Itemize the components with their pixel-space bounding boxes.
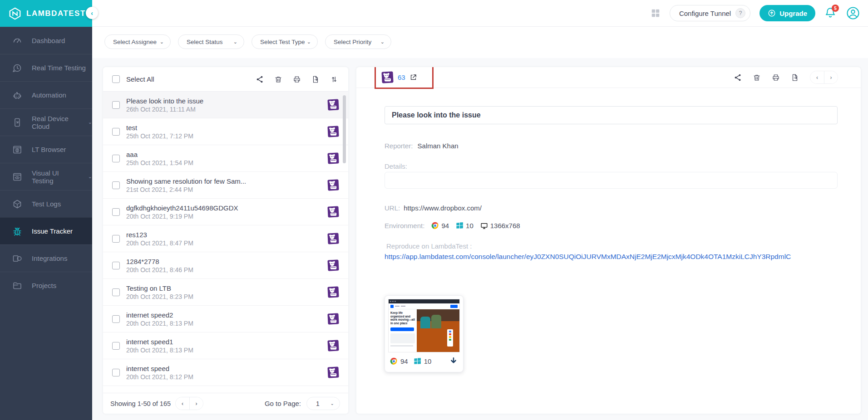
goto-page-label: Go to Page: [265, 400, 301, 407]
row-checkbox[interactable] [112, 155, 120, 162]
browser-icon [12, 144, 23, 155]
export-icon[interactable] [791, 73, 799, 82]
issue-title-input[interactable] [385, 106, 838, 124]
notification-badge: 5 [832, 5, 839, 12]
issue-list-item[interactable]: test25th Oct 2021, 7:12 PM [103, 118, 348, 145]
filter-select-assignee[interactable]: Select Assignee⌄ [104, 34, 171, 49]
chevron-left-icon[interactable]: ‹ [810, 71, 824, 83]
chevron-left-icon[interactable]: ‹ [176, 397, 189, 410]
row-checkbox[interactable] [112, 101, 120, 109]
reproduce-label: Reproduce on LambdaTest : [385, 242, 838, 250]
share-icon[interactable] [734, 73, 742, 82]
chrome-icon [431, 222, 439, 230]
print-icon[interactable] [293, 75, 301, 83]
issue-list-item[interactable]: internet speed20th Oct 2021, 8:12 PM [103, 359, 348, 386]
list-toolbar [256, 75, 338, 83]
issue-title: res123 [126, 230, 193, 239]
issue-id[interactable]: 63 [398, 73, 405, 81]
trash-icon[interactable] [753, 73, 761, 82]
mascot-avatar-icon [327, 206, 339, 218]
issue-title: internet speed [126, 364, 193, 373]
attachment-card[interactable]: Keep life organized and work moving—all … [385, 295, 464, 372]
row-checkbox[interactable] [112, 342, 120, 350]
export-icon[interactable] [311, 75, 320, 83]
reproduce-link[interactable]: https://app.lambdatest.com/console/launc… [385, 253, 838, 261]
sidebar-item-automation[interactable]: Automation [0, 81, 92, 108]
bug-icon [12, 226, 23, 237]
share-icon[interactable] [256, 75, 264, 83]
issue-list-item[interactable]: internet speed120th Oct 2021, 8:13 PM [103, 332, 348, 359]
chevron-down-icon: ⌄ [88, 119, 92, 125]
row-checkbox[interactable] [112, 288, 120, 296]
select-all-label: Select All [126, 75, 154, 83]
sidebar-item-real-device-cloud[interactable]: Real Device Cloud⌄ [0, 108, 92, 136]
sidebar-item-lt-browser[interactable]: LT Browser [0, 136, 92, 163]
chevron-right-icon[interactable]: › [189, 397, 203, 410]
sidebar-item-projects[interactable]: Projects [0, 272, 92, 299]
page-select[interactable]: 1 ⌄ [306, 397, 340, 410]
issue-list-item[interactable]: aaa25th Oct 2021, 1:54 PM [103, 145, 348, 172]
filter-label: Select Test Type [260, 39, 305, 45]
row-checkbox[interactable] [112, 128, 120, 136]
issue-title: internet speed2 [126, 311, 193, 319]
row-checkbox[interactable] [112, 315, 120, 323]
sidebar-item-dashboard[interactable]: Dashboard [0, 27, 92, 54]
mascot-avatar-icon [327, 233, 339, 244]
filter-select-test-type[interactable]: Select Test Type⌄ [252, 34, 318, 49]
screen-resolution: 1366x768 [490, 222, 520, 230]
configure-tunnel-button[interactable]: Configure Tunnel ? [670, 5, 750, 21]
list-scrollbar[interactable] [343, 95, 346, 163]
sidebar-item-label: Integrations [32, 254, 67, 262]
apps-grid-icon[interactable] [651, 8, 661, 18]
chevron-down-icon: ⌄ [380, 39, 385, 45]
issue-list-item[interactable]: Testing on LTB20th Oct 2021, 8:23 PM [103, 279, 348, 306]
sidebar-item-real-time-testing[interactable]: Real Time Testing [0, 54, 92, 81]
chevron-right-icon[interactable]: › [824, 71, 838, 83]
issue-list-item[interactable]: Showing same resolution for few Sam...21… [103, 172, 348, 199]
print-icon[interactable] [772, 73, 780, 82]
pager: ‹ › [175, 397, 203, 410]
lambdatest-logo-icon [8, 7, 22, 20]
issue-date: 20th Oct 2021, 9:19 PM [126, 212, 238, 220]
issue-date: 20th Oct 2021, 8:12 PM [126, 373, 193, 381]
external-link-icon[interactable] [409, 73, 417, 81]
sidebar-nav: DashboardReal Time TestingAutomationReal… [0, 27, 92, 299]
issue-list-item[interactable]: dgfkdhgkhoieyth2411u54698GDGDX20th Oct 2… [103, 199, 348, 225]
issue-list-item[interactable]: automation20th Oct 2021, 7:46 PM [103, 386, 348, 393]
issue-title: dgfkdhgkhoieyth2411u54698GDGDX [126, 204, 238, 212]
row-checkbox[interactable] [112, 262, 120, 269]
top-header: Configure Tunnel ? Upgrade 5 [92, 0, 868, 27]
issue-list-item[interactable]: internet speed220th Oct 2021, 8:13 PM [103, 306, 348, 332]
notifications-button[interactable]: 5 [824, 7, 837, 20]
row-checkbox[interactable] [112, 208, 120, 216]
sidebar-item-issue-tracker[interactable]: Issue Tracker [0, 217, 92, 244]
issue-title: internet speed1 [126, 337, 193, 346]
sidebar-item-integrations[interactable]: Integrations [0, 244, 92, 272]
filter-select-status[interactable]: Select Status⌄ [178, 34, 244, 49]
issue-list-item[interactable]: res12320th Oct 2021, 8:47 PM [103, 225, 348, 252]
sidebar-collapse-button[interactable]: ‹ [86, 7, 98, 19]
filter-select-priority[interactable]: Select Priority⌄ [325, 34, 391, 49]
robot-icon [12, 90, 23, 101]
sidebar-item-visual-ui-testing[interactable]: Visual UI Testing⌄ [0, 163, 92, 190]
download-icon[interactable] [449, 357, 458, 366]
attachment-os-version: 10 [424, 357, 432, 365]
user-avatar-icon[interactable] [846, 6, 860, 20]
issue-list-item[interactable]: 1284*277820th Oct 2021, 8:46 PM [103, 252, 348, 279]
row-checkbox[interactable] [112, 369, 120, 376]
question-icon[interactable]: ? [735, 8, 745, 18]
trash-icon[interactable] [274, 75, 282, 83]
select-all-checkbox[interactable] [112, 75, 120, 83]
row-checkbox[interactable] [112, 235, 120, 243]
upgrade-button[interactable]: Upgrade [760, 5, 815, 21]
mascot-avatar-icon [327, 126, 339, 137]
issue-date: 25th Oct 2021, 1:54 PM [126, 159, 193, 167]
mascot-avatar-icon [327, 313, 339, 325]
goto-page: Go to Page: 1 ⌄ [265, 397, 340, 410]
sort-icon[interactable] [330, 75, 338, 83]
annotation-highlight: 63 [375, 67, 434, 89]
details-input[interactable] [385, 172, 838, 189]
issue-list-item[interactable]: Please look into the issue26th Oct 2021,… [103, 92, 348, 118]
sidebar-item-test-logs[interactable]: Test Logs [0, 190, 92, 217]
row-checkbox[interactable] [112, 181, 120, 189]
